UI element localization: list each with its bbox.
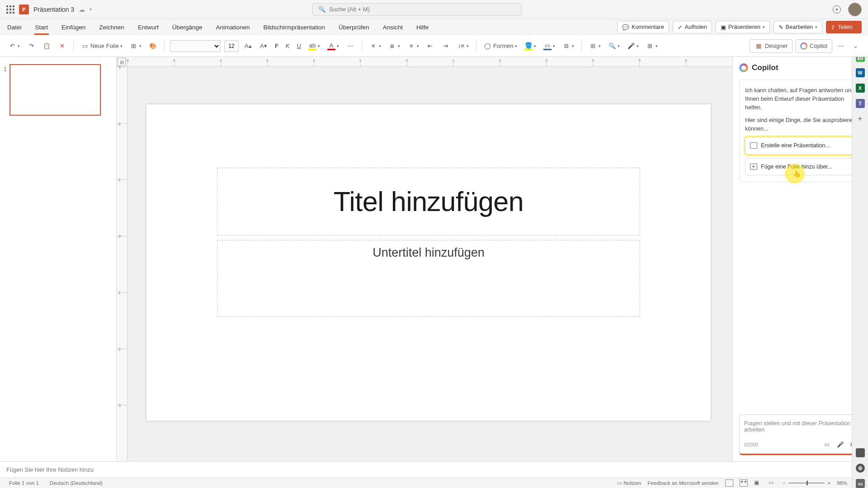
- feedback-link[interactable]: Feedback an Microsoft senden: [647, 480, 718, 486]
- present-button[interactable]: ▣ Präsentieren ▾: [716, 21, 770, 33]
- tab-file[interactable]: Datei: [6, 20, 23, 34]
- designer-label: Designer: [765, 43, 788, 49]
- addins-button[interactable]: ⊞▾: [644, 40, 660, 52]
- decrease-font-button[interactable]: A▾: [258, 40, 269, 52]
- subtitle-placeholder[interactable]: Untertitel hinzufügen: [217, 240, 640, 317]
- zoom-value[interactable]: 98%: [837, 480, 847, 486]
- share-button[interactable]: ⇪ Teilen ▾: [826, 21, 862, 33]
- align-button[interactable]: ≡▾: [406, 40, 421, 52]
- rail-word-icon[interactable]: W: [856, 68, 865, 77]
- highlight-button[interactable]: ab▾: [307, 40, 322, 52]
- sorter-view-button[interactable]: [740, 479, 748, 487]
- slide-thumbnail-panel: 1: [0, 57, 117, 461]
- increase-font-button[interactable]: A▴: [242, 40, 254, 52]
- notes-bar[interactable]: Fügen Sie hier Ihre Notizen hinzu: [0, 461, 868, 478]
- title-placeholder[interactable]: Titel hinzufügen: [217, 168, 640, 235]
- rail-excel-icon[interactable]: X: [856, 84, 865, 93]
- comments-button[interactable]: 💬 Kommentare: [617, 21, 669, 33]
- mic-icon[interactable]: 🎤: [837, 441, 844, 448]
- copilot-ribbon-button[interactable]: Copilot: [795, 39, 832, 53]
- more-font-button[interactable]: ⋯: [344, 40, 356, 52]
- more-commands-button[interactable]: ⋯: [835, 40, 847, 52]
- bullets-button[interactable]: ≡▾: [368, 40, 383, 52]
- line-spacing-button[interactable]: ↕≡▾: [455, 40, 471, 52]
- edit-label: Bearbeiten: [786, 24, 813, 30]
- notes-toggle[interactable]: ▭ Notizen: [617, 480, 641, 486]
- layout-button[interactable]: ⊞▾: [128, 40, 143, 52]
- tab-slideshow[interactable]: Bildschirmpräsentation: [263, 20, 326, 34]
- rail-app-3-icon[interactable]: ▭: [856, 479, 865, 488]
- settings-icon[interactable]: [833, 5, 841, 14]
- designer-button[interactable]: ▦Designer: [750, 39, 793, 53]
- document-name[interactable]: Präsentation 3: [33, 6, 74, 13]
- italic-button[interactable]: K: [284, 40, 292, 52]
- copilot-title: Copilot: [752, 63, 778, 72]
- app-launcher-icon[interactable]: [6, 5, 14, 14]
- language-status[interactable]: Deutsch (Deutschland): [50, 480, 103, 486]
- slideshow-view-button[interactable]: ▭: [769, 479, 777, 487]
- table-button[interactable]: ⊞▾: [587, 40, 603, 52]
- redo-button[interactable]: ↷: [25, 40, 37, 52]
- search-placeholder: Suche (Alt + M): [329, 6, 370, 13]
- rail-teams-icon[interactable]: T: [856, 99, 865, 108]
- tab-insert[interactable]: Einfügen: [61, 20, 86, 34]
- tab-home[interactable]: Start: [34, 20, 49, 34]
- undo-button[interactable]: ↶▾: [6, 40, 22, 52]
- collapse-ribbon-button[interactable]: ⌄: [849, 42, 862, 49]
- indent-dec-button[interactable]: ⇤: [425, 40, 436, 52]
- indent-inc-button[interactable]: ⇥: [440, 40, 452, 52]
- slide-thumbnail[interactable]: [9, 64, 101, 116]
- paste-button[interactable]: 📋: [41, 40, 52, 52]
- zoom-out-button[interactable]: −: [783, 480, 786, 486]
- vertical-ruler: 3210123: [117, 67, 127, 461]
- zoom-control[interactable]: − +: [783, 480, 830, 486]
- slide[interactable]: Titel hinzufügen Untertitel hinzufügen: [146, 104, 711, 421]
- tab-review[interactable]: Überprüfen: [338, 20, 370, 34]
- font-color-button[interactable]: A▾: [326, 40, 341, 52]
- thumb-number: 1: [4, 66, 7, 116]
- rail-app-2-icon[interactable]: ⚙: [856, 464, 865, 473]
- catchup-button[interactable]: ✓ Aufholen: [673, 21, 712, 33]
- edit-button[interactable]: ✎ Bearbeiten ▾: [774, 21, 822, 33]
- tab-help[interactable]: Hilfe: [415, 20, 429, 34]
- tab-animations[interactable]: Animationen: [215, 20, 250, 34]
- copilot-suggestion-create[interactable]: Erstelle eine Präsentation...: [745, 137, 856, 155]
- copilot-try-text: Hier sind einige Dinge, die Sie ausprobi…: [745, 116, 856, 133]
- undo-icon: ↶: [8, 42, 16, 50]
- font-size-input[interactable]: [224, 40, 239, 52]
- cloud-sync-icon[interactable]: ☁: [79, 6, 85, 13]
- tab-design[interactable]: Entwurf: [137, 20, 160, 34]
- find-button[interactable]: 🔍▾: [606, 40, 622, 52]
- copilot-input[interactable]: Fragen stellen und mit dieser Präsentati…: [739, 414, 862, 455]
- rail-add-icon[interactable]: +: [858, 114, 863, 124]
- tab-draw[interactable]: Zeichnen: [98, 20, 125, 34]
- arrange-button[interactable]: ⧉▾: [561, 40, 576, 52]
- rail-app-1-icon[interactable]: [856, 448, 865, 457]
- normal-view-button[interactable]: [725, 479, 733, 487]
- font-family-select[interactable]: [170, 40, 221, 52]
- shape-fill-button[interactable]: 🪣▾: [523, 40, 538, 52]
- copilot-intro-card: Ich kann chatten, auf Fragen antworten u…: [739, 80, 862, 182]
- copilot-input-placeholder: Fragen stellen und mit dieser Präsentati…: [744, 420, 857, 433]
- chevron-down-icon[interactable]: ▾: [90, 7, 92, 12]
- shape-outline-button[interactable]: ▭▾: [542, 40, 557, 52]
- new-slide-button[interactable]: ▭ Neue Folie ▾: [79, 40, 124, 52]
- zoom-in-button[interactable]: +: [827, 480, 830, 486]
- slide-canvas-area: ▤ 6543210123456 3210123 Titel hinzufügen…: [117, 57, 732, 461]
- search-icon: 🔍: [318, 6, 326, 13]
- bold-button[interactable]: F: [273, 40, 280, 52]
- shapes-button[interactable]: ◯ Formen ▾: [482, 40, 519, 52]
- user-avatar[interactable]: [848, 3, 862, 16]
- dictate-button[interactable]: 🎤▾: [625, 40, 641, 52]
- reading-view-button[interactable]: ▣: [754, 479, 762, 487]
- tab-transitions[interactable]: Übergänge: [171, 20, 203, 34]
- search-input[interactable]: 🔍 Suche (Alt + M): [312, 3, 522, 16]
- underline-button[interactable]: U: [295, 40, 303, 52]
- cut-button[interactable]: ✕: [56, 40, 68, 52]
- slide-count[interactable]: Folie 1 von 1: [9, 480, 39, 486]
- attach-icon[interactable]: ▭: [824, 441, 831, 448]
- tab-view[interactable]: Ansicht: [382, 20, 404, 34]
- numbering-button[interactable]: ≣▾: [387, 40, 402, 52]
- background-button[interactable]: 🎨: [147, 40, 159, 52]
- background-icon: 🎨: [149, 42, 157, 50]
